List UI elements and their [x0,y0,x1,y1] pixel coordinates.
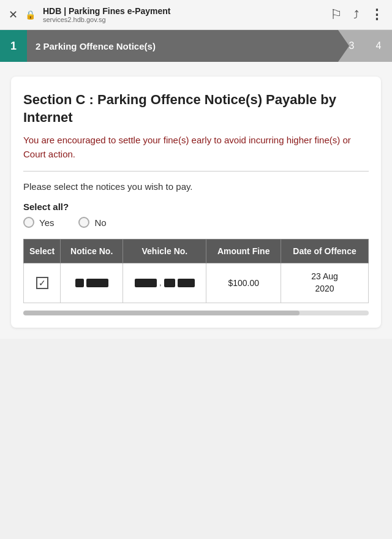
step-1: 1 [0,30,27,62]
yes-option[interactable]: Yes [23,217,54,228]
table-row: ✓ , [24,263,369,303]
bookmark-button[interactable]: ⚐ [330,7,342,23]
redact-block-4 [164,279,175,287]
section-title: Section C : Parking Offence Notice(s) Pa… [23,91,369,126]
offence-table: Select Notice No. Vehicle No. Amount Fin… [23,239,369,303]
lock-icon: 🔒 [25,10,36,20]
vehicle-content: , [128,278,201,287]
col-date: Date of Offence [281,239,369,263]
no-radio[interactable] [78,217,89,228]
divider [23,171,369,172]
yes-radio[interactable] [23,217,34,228]
scroll-hint[interactable] [23,311,369,315]
step-bar: 1 2 Parking Offence Notice(s) 3 4 [0,30,392,62]
main-content: Section C : Parking Offence Notice(s) Pa… [0,62,392,339]
radio-group: Yes No [23,217,369,228]
redact-block-5 [178,279,195,287]
redact-block-1 [75,279,84,287]
share-button[interactable]: ⤴ [353,9,359,21]
amount-cell: $100.00 [206,263,281,303]
dot-separator: , [159,278,162,287]
no-label: No [94,217,106,228]
date-cell: 23 Aug2020 [281,263,369,303]
notice-no-cell [61,263,123,303]
col-amount: Amount Fine [206,239,281,263]
no-option[interactable]: No [78,217,106,228]
warning-text: You are encouraged to settle your fine(s… [23,134,369,161]
table-header-row: Select Notice No. Vehicle No. Amount Fin… [24,239,369,263]
browser-actions: ⚐ ⤴ ⋮ [330,7,383,23]
browser-bar: 🔒 HDB | Parking Fines e-Payment services… [0,0,392,30]
instruction-text: Please select the notices you wish to pa… [23,181,369,192]
browser-title: HDB | Parking Fines e-Payment [43,6,323,16]
scroll-thumb [23,311,300,315]
checkbox[interactable]: ✓ [36,277,48,289]
step-2: 2 Parking Offence Notice(s) [27,30,338,62]
yes-label: Yes [39,217,54,228]
browser-title-area: HDB | Parking Fines e-Payment services2.… [43,6,323,23]
vehicle-no-cell: , [123,263,206,303]
content-card: Section C : Parking Offence Notice(s) Pa… [11,77,381,328]
menu-button[interactable]: ⋮ [370,7,383,23]
col-notice: Notice No. [61,239,123,263]
close-button[interactable] [9,8,18,21]
col-select: Select [24,239,61,263]
select-all-label: Select all? [23,202,369,212]
col-vehicle: Vehicle No. [123,239,206,263]
select-cell[interactable]: ✓ [24,263,61,303]
step-4: 4 [365,30,392,62]
browser-url: services2.hdb.gov.sg [43,16,323,23]
close-icon [9,9,18,21]
redact-block-3 [135,279,157,287]
notice-num-content [66,279,118,287]
redact-block-2 [86,279,108,287]
